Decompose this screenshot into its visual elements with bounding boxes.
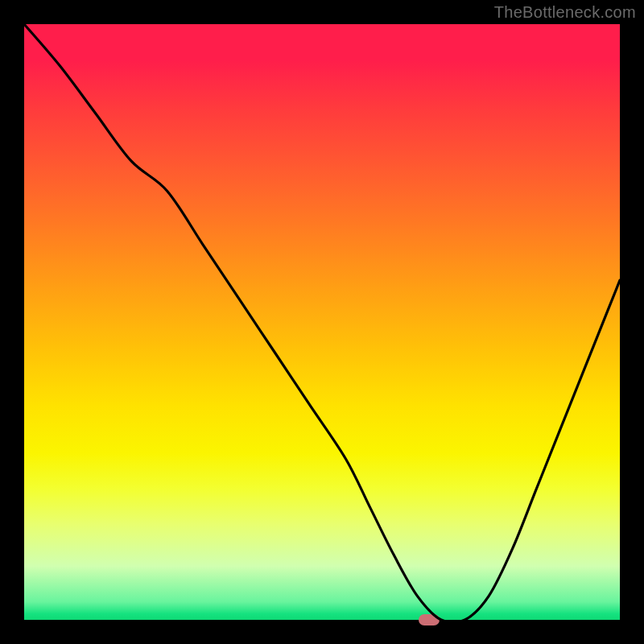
chart-frame: TheBottleneck.com	[0, 0, 644, 644]
plot-area	[24, 24, 620, 620]
bottleneck-curve-path	[24, 24, 620, 623]
watermark-text: TheBottleneck.com	[494, 3, 636, 22]
bottleneck-curve-svg	[24, 24, 620, 620]
